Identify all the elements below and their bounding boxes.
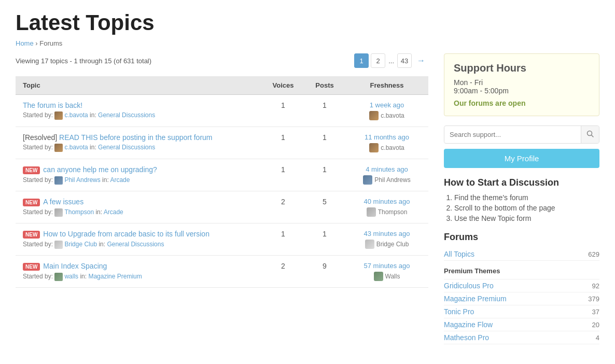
topic-title-link-2[interactable]: can anyone help me on upgrading?: [43, 165, 157, 174]
topic-cell-3: NewA few issuesStarted by: Thompson in: …: [16, 191, 262, 223]
avatar: [54, 241, 63, 249]
forum-link-3[interactable]: Magazine Flow: [444, 320, 493, 329]
search-box: [444, 125, 599, 144]
my-profile-button[interactable]: My Profile: [444, 149, 599, 168]
forum-link-2[interactable]: Tonic Pro: [444, 307, 474, 316]
topic-author-link-2[interactable]: Phil Andrews: [64, 176, 100, 184]
freshness-user-0: c.bavota: [353, 111, 421, 120]
forum-count-0: 92: [592, 282, 599, 290]
support-hours-box: Support Hours Mon - Fri 9:00am - 5:00pm …: [444, 53, 599, 116]
topic-author-link-0[interactable]: c.bavota: [64, 111, 88, 119]
page-2-btn[interactable]: 2: [371, 53, 385, 68]
posts-cell-4: 1: [304, 223, 345, 256]
freshness-cell-2: 4 minutes agoPhil Andrews: [345, 159, 428, 191]
avatar: [54, 144, 63, 152]
table-row: NewMain Index SpacingStarted by: walls i…: [16, 256, 428, 288]
table-row: Newcan anyone help me on upgrading?Start…: [16, 159, 428, 191]
col-topic: Topic: [16, 76, 262, 95]
all-topics-item: All Topics 629: [444, 248, 599, 261]
freshness-username-3: Thompson: [378, 208, 408, 216]
forum-link-0[interactable]: Gridiculous Pro: [444, 282, 494, 290]
freshness-time-1[interactable]: 11 months ago: [353, 133, 421, 141]
page-1-btn[interactable]: 1: [354, 53, 369, 68]
how-to-title: How to Start a Discussion: [444, 177, 599, 188]
topic-category-link-5[interactable]: Magazine Premium: [88, 273, 142, 280]
topic-cell-0: The forum is back!Started by: c.bavota i…: [16, 95, 262, 127]
forum-link-4[interactable]: Matheson Pro: [444, 333, 489, 342]
voices-cell-0: 1: [262, 95, 304, 127]
freshness-username-1: c.bavota: [381, 144, 404, 151]
topic-title-link-5[interactable]: Main Index Spacing: [43, 262, 107, 270]
freshness-username-5: Walls: [385, 273, 400, 280]
freshness-time-5[interactable]: 57 minutes ago: [353, 262, 421, 270]
forum-item-0: Gridiculous Pro92: [444, 279, 599, 292]
topic-title-link-4[interactable]: How to Upgrade from arcade basic to its …: [43, 230, 209, 238]
freshness-user-5: Walls: [353, 272, 421, 281]
avatar: [367, 207, 376, 217]
breadcrumb-home[interactable]: Home: [16, 39, 34, 47]
posts-cell-0: 1: [304, 95, 345, 127]
freshness-time-3[interactable]: 40 minutes ago: [353, 198, 421, 205]
support-hours-days: Mon - Fri: [454, 78, 590, 87]
avatar: [54, 176, 63, 185]
all-topics-link[interactable]: All Topics: [444, 250, 474, 258]
table-row: [Resolved] READ THIS before posting in t…: [16, 127, 428, 159]
premium-themes-group-label: Premium Themes: [444, 261, 599, 279]
forum-item-1: Magazine Premium379: [444, 292, 599, 305]
topic-category-link-4[interactable]: General Discussions: [107, 241, 164, 248]
search-submit-button[interactable]: [581, 126, 599, 143]
topic-category-link-0[interactable]: General Discussions: [98, 111, 155, 119]
topic-author-link-5[interactable]: walls: [64, 273, 78, 280]
table-row: NewA few issuesStarted by: Thompson in: …: [16, 191, 428, 223]
topics-table: Topic Voices Posts Freshness The forum i…: [16, 76, 428, 288]
avatar: [365, 240, 374, 249]
freshness-user-1: c.bavota: [353, 143, 421, 152]
topic-author-link-3[interactable]: Thompson: [64, 208, 94, 216]
forums-open-status: Our forums are open: [454, 99, 590, 107]
breadcrumb-separator: ›: [35, 39, 37, 47]
avatar: [369, 143, 379, 152]
freshness-time-4[interactable]: 43 minutes ago: [353, 230, 421, 237]
page-43-btn[interactable]: 43: [397, 53, 412, 68]
topic-cell-5: NewMain Index SpacingStarted by: walls i…: [16, 256, 262, 288]
topic-title-link-0[interactable]: The forum is back!: [23, 101, 82, 109]
topic-category-link-2[interactable]: Arcade: [110, 176, 130, 184]
support-hours-title: Support Hours: [454, 62, 590, 74]
freshness-username-0: c.bavota: [381, 112, 404, 119]
voices-cell-5: 2: [262, 256, 304, 288]
forums-list: All Topics 629 Premium Themes Gridiculou…: [444, 248, 599, 344]
topic-meta-3: Started by: Thompson in: Arcade: [23, 208, 255, 217]
voices-cell-1: 1: [262, 127, 304, 159]
pagination: 1 2 ... 43 →: [354, 53, 428, 68]
topic-cell-2: Newcan anyone help me on upgrading?Start…: [16, 159, 262, 191]
freshness-username-4: Bridge Club: [376, 241, 409, 248]
topic-title-link-1[interactable]: READ THIS before posting in the support …: [59, 133, 212, 142]
posts-cell-5: 9: [304, 256, 345, 288]
forum-link-1[interactable]: Magazine Premium: [444, 295, 507, 303]
table-header-row: Topic Voices Posts Freshness: [16, 76, 428, 95]
forum-item-4: Matheson Pro4: [444, 331, 599, 344]
forum-count-4: 4: [596, 334, 599, 342]
posts-cell-1: 1: [304, 127, 345, 159]
topic-meta-0: Started by: c.bavota in: General Discuss…: [23, 111, 255, 120]
topic-author-link-4[interactable]: Bridge Club: [64, 241, 97, 248]
freshness-username-2: Phil Andrews: [374, 176, 410, 184]
forum-item-3: Magazine Flow20: [444, 318, 599, 331]
breadcrumb: Home › Forums: [16, 39, 599, 47]
new-badge: New: [23, 199, 40, 206]
topic-category-link-3[interactable]: Arcade: [104, 208, 123, 216]
freshness-time-2[interactable]: 4 minutes ago: [353, 165, 421, 173]
topic-author-link-1[interactable]: c.bavota: [64, 144, 88, 151]
pagination-next-btn[interactable]: →: [414, 53, 428, 68]
how-to-step-1: Find the theme's forum: [454, 193, 599, 202]
freshness-cell-4: 43 minutes agoBridge Club: [345, 223, 428, 256]
support-hours-time: 9:00am - 5:00pm: [454, 87, 590, 95]
search-input[interactable]: [444, 127, 581, 143]
freshness-time-0[interactable]: 1 week ago: [353, 101, 421, 109]
topic-category-link-1[interactable]: General Discussions: [98, 144, 155, 151]
avatar: [363, 175, 372, 185]
sidebar: Support Hours Mon - Fri 9:00am - 5:00pm …: [444, 53, 599, 344]
topic-title-link-3[interactable]: A few issues: [43, 198, 83, 206]
search-icon: [586, 130, 594, 137]
avatar: [54, 273, 63, 281]
